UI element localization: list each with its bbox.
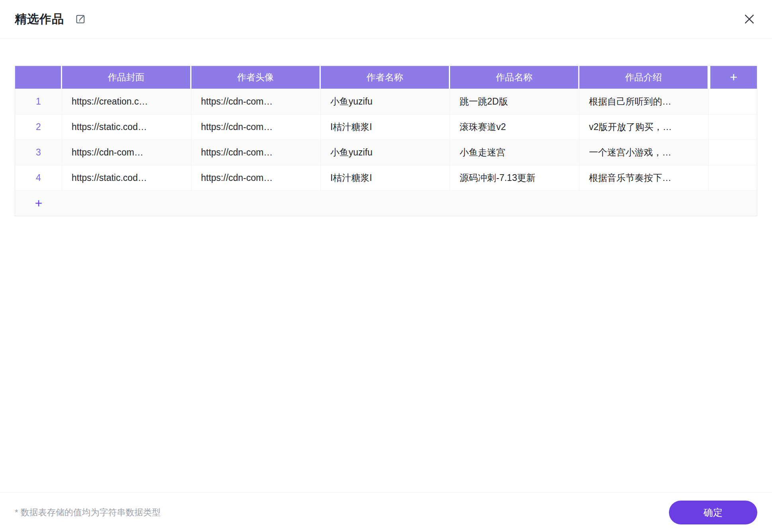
data-table: 作品封面 作者头像 作者名称 作品名称 作品介绍 + 1 https://cre… bbox=[15, 66, 757, 216]
cell-work-intro[interactable]: 根据自己所听到的… bbox=[579, 89, 709, 114]
cell-work-name[interactable]: 小鱼走迷宫 bbox=[450, 140, 579, 165]
cell-work-cover-url[interactable]: https://static.cod… bbox=[62, 114, 191, 140]
add-row-space bbox=[62, 190, 757, 216]
row-number[interactable]: 1 bbox=[15, 89, 62, 114]
cell-empty bbox=[709, 140, 757, 165]
row-number[interactable]: 2 bbox=[15, 114, 62, 140]
column-header-work-intro[interactable]: 作品介绍 bbox=[579, 66, 709, 89]
cell-author-avatar-url[interactable]: https://cdn-com… bbox=[191, 140, 321, 165]
close-x-glyph bbox=[743, 12, 756, 26]
table-row: 1 https://creation.c… https://cdn-com… 小… bbox=[15, 89, 757, 114]
table-header-row: 作品封面 作者头像 作者名称 作品名称 作品介绍 + bbox=[15, 66, 757, 89]
cell-work-name[interactable]: 源码冲刺-7.13更新 bbox=[450, 165, 579, 190]
table-row: 4 https://static.cod… https://cdn-com… I… bbox=[15, 165, 757, 190]
modal-title: 精选作品 bbox=[15, 11, 64, 27]
featured-works-modal: { "header": { "title": "精选作品" }, "table"… bbox=[0, 0, 772, 532]
edit-icon[interactable] bbox=[74, 13, 86, 25]
modal-footer: * 数据表存储的值均为字符串数据类型 确定 bbox=[0, 492, 772, 532]
cell-work-name[interactable]: 滚珠赛道v2 bbox=[450, 114, 579, 140]
confirm-button[interactable]: 确定 bbox=[669, 501, 757, 524]
edit-pencil-glyph bbox=[74, 13, 86, 25]
cell-work-intro[interactable]: v2版开放了购买，… bbox=[579, 114, 709, 140]
row-number[interactable]: 3 bbox=[15, 140, 62, 165]
cell-empty bbox=[709, 89, 757, 114]
cell-author-name[interactable]: I桔汁糖浆I bbox=[321, 165, 450, 190]
cell-author-name[interactable]: I桔汁糖浆I bbox=[321, 114, 450, 140]
add-row: + bbox=[15, 190, 757, 216]
table-row: 3 https://cdn-com… https://cdn-com… 小鱼yu… bbox=[15, 140, 757, 165]
add-row-button[interactable]: + bbox=[15, 190, 62, 216]
row-number-header bbox=[15, 66, 62, 89]
column-header-author-name[interactable]: 作者名称 bbox=[321, 66, 450, 89]
cell-work-cover-url[interactable]: https://static.cod… bbox=[62, 165, 191, 190]
column-header-author-avatar[interactable]: 作者头像 bbox=[191, 66, 321, 89]
modal-header: 精选作品 bbox=[0, 0, 772, 39]
close-icon[interactable] bbox=[743, 12, 756, 26]
cell-work-name[interactable]: 跳一跳2D版 bbox=[450, 89, 579, 114]
cell-work-intro[interactable]: 一个迷宫小游戏，… bbox=[579, 140, 709, 165]
footer-note: * 数据表存储的值均为字符串数据类型 bbox=[15, 507, 161, 518]
cell-empty bbox=[709, 114, 757, 140]
column-header-work-cover[interactable]: 作品封面 bbox=[62, 66, 191, 89]
add-column-button[interactable]: + bbox=[709, 66, 757, 89]
cell-work-cover-url[interactable]: https://cdn-com… bbox=[62, 140, 191, 165]
cell-work-cover-url[interactable]: https://creation.c… bbox=[62, 89, 191, 114]
cell-author-avatar-url[interactable]: https://cdn-com… bbox=[191, 165, 321, 190]
cell-author-avatar-url[interactable]: https://cdn-com… bbox=[191, 114, 321, 140]
column-header-work-name[interactable]: 作品名称 bbox=[450, 66, 579, 89]
cell-author-name[interactable]: 小鱼yuzifu bbox=[321, 140, 450, 165]
cell-author-avatar-url[interactable]: https://cdn-com… bbox=[191, 89, 321, 114]
row-number[interactable]: 4 bbox=[15, 165, 62, 190]
table-row: 2 https://static.cod… https://cdn-com… I… bbox=[15, 114, 757, 140]
cell-work-intro[interactable]: 根据音乐节奏按下… bbox=[579, 165, 709, 190]
cell-author-name[interactable]: 小鱼yuzifu bbox=[321, 89, 450, 114]
modal-body: 作品封面 作者头像 作者名称 作品名称 作品介绍 + 1 https://cre… bbox=[0, 39, 772, 492]
cell-empty bbox=[709, 165, 757, 190]
